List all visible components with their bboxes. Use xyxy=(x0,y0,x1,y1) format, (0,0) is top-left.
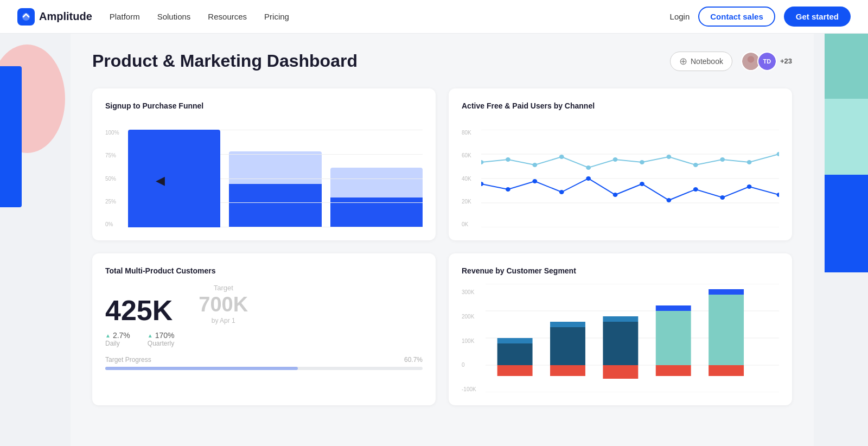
logo-text: Amplitude xyxy=(39,10,92,23)
customers-value: 425K xyxy=(105,296,173,324)
rev-y-200: 200K xyxy=(462,314,481,320)
rev-y-100: 100K xyxy=(462,338,481,344)
quarterly-label: Quarterly xyxy=(148,340,175,347)
progress-pct: 60.7% xyxy=(404,356,423,364)
nav-platform[interactable]: Platform xyxy=(110,12,140,21)
svg-rect-45 xyxy=(603,365,638,379)
svg-point-25 xyxy=(613,193,618,197)
notebook-button[interactable]: ⊕ Notebook xyxy=(670,52,732,71)
line-y-20: 20K xyxy=(462,199,477,205)
progress-label: Target Progress xyxy=(105,356,151,364)
funnel-bar-3-top xyxy=(330,168,423,197)
svg-point-10 xyxy=(532,163,537,167)
metric-changes: ▲ 2.7% Daily ▲ 170% Quarterly xyxy=(105,331,423,347)
svg-point-23 xyxy=(559,190,564,194)
logo[interactable]: Amplitude xyxy=(17,8,92,26)
svg-point-28 xyxy=(693,187,698,192)
svg-point-22 xyxy=(532,179,537,183)
deco-blue-bar xyxy=(0,66,22,207)
svg-point-8 xyxy=(481,160,483,164)
funnel-chart-title: Signup to Purchase Funnel xyxy=(105,101,423,110)
customers-target: Target 700K by Apr 1 xyxy=(199,284,248,324)
page-content: Product & Marketing Dashboard ⊕ Notebook xyxy=(0,34,868,446)
svg-rect-49 xyxy=(709,295,744,365)
svg-point-11 xyxy=(559,155,564,159)
svg-point-20 xyxy=(481,182,483,186)
svg-point-26 xyxy=(640,182,644,186)
customers-card: Total Multi-Product Customers 425K Targe… xyxy=(92,253,436,405)
revenue-chart-title: Revenue by Customer Segment xyxy=(462,266,779,275)
svg-rect-46 xyxy=(656,311,691,365)
login-button[interactable]: Login xyxy=(670,12,690,21)
funnel-y-75: 75% xyxy=(105,152,124,158)
svg-rect-44 xyxy=(603,316,638,322)
charts-grid: Signup to Purchase Funnel 100% 75% 50% 2… xyxy=(92,88,792,405)
get-started-button[interactable]: Get started xyxy=(784,7,851,27)
line-chart-title: Active Free & Paid Users by Channel xyxy=(462,101,779,110)
main-area: Product & Marketing Dashboard ⊕ Notebook xyxy=(71,34,814,446)
funnel-y-100: 100% xyxy=(105,130,124,136)
line-y-60: 60K xyxy=(462,152,477,158)
svg-rect-42 xyxy=(550,365,585,376)
avatar-td: TD xyxy=(757,52,777,71)
svg-point-18 xyxy=(747,160,752,164)
rev-y-neg100: -100K xyxy=(462,386,481,392)
svg-rect-39 xyxy=(497,365,533,376)
rev-y-300: 300K xyxy=(462,289,481,295)
notebook-label: Notebook xyxy=(691,57,723,66)
revenue-chart-card: Revenue by Customer Segment 300K 200K 10… xyxy=(449,253,792,405)
dashboard-header: Product & Marketing Dashboard ⊕ Notebook xyxy=(92,51,792,71)
svg-point-2 xyxy=(745,63,756,71)
nav-solutions[interactable]: Solutions xyxy=(157,12,191,21)
line-y-40: 40K xyxy=(462,176,477,182)
nav-pricing[interactable]: Pricing xyxy=(264,12,289,21)
left-decoration xyxy=(0,34,71,446)
svg-point-29 xyxy=(720,195,725,200)
svg-rect-47 xyxy=(656,305,691,311)
svg-point-24 xyxy=(586,176,591,181)
funnel-bar-2-bottom xyxy=(229,184,321,227)
avatar-group: TD +23 xyxy=(741,52,792,71)
line-chart-card: Active Free & Paid Users by Channel 80K … xyxy=(449,88,792,240)
avatar-td-initials: TD xyxy=(758,53,776,70)
funnel-y-0: 0% xyxy=(105,221,124,227)
deco-blue-right xyxy=(825,175,868,272)
daily-label: Daily xyxy=(105,340,130,347)
plus-circle-icon: ⊕ xyxy=(679,55,687,67)
svg-point-12 xyxy=(586,165,591,170)
target-value: 700K xyxy=(199,294,248,315)
header-actions: ⊕ Notebook TD +2 xyxy=(670,52,792,71)
svg-point-15 xyxy=(666,155,671,159)
daily-arrow-icon: ▲ xyxy=(105,333,111,339)
line-y-0: 0K xyxy=(462,221,477,227)
svg-point-1 xyxy=(748,56,754,62)
navbar-links: Platform Solutions Resources Pricing xyxy=(110,12,670,21)
quarterly-arrow-icon: ▲ xyxy=(148,333,153,339)
line-y-80: 80K xyxy=(462,130,477,136)
daily-change-value: 2.7% xyxy=(113,331,130,340)
logo-icon xyxy=(17,8,35,26)
svg-point-30 xyxy=(747,184,752,189)
svg-point-21 xyxy=(506,187,510,192)
avatar-count: +23 xyxy=(780,57,792,65)
target-label: Target xyxy=(199,284,248,292)
line-chart-svg xyxy=(481,130,779,227)
nav-resources[interactable]: Resources xyxy=(208,12,247,21)
navbar: Amplitude Platform Solutions Resources P… xyxy=(0,0,868,34)
svg-rect-48 xyxy=(656,365,691,376)
progress-bar-fill xyxy=(105,367,298,370)
svg-point-27 xyxy=(666,198,671,202)
svg-rect-40 xyxy=(550,327,585,365)
svg-point-31 xyxy=(777,193,779,197)
contact-sales-button[interactable]: Contact sales xyxy=(698,7,775,27)
right-decoration xyxy=(814,34,868,446)
funnel-bar-2-top xyxy=(229,151,321,184)
page-title: Product & Marketing Dashboard xyxy=(92,51,358,71)
revenue-svg xyxy=(486,284,779,392)
quarterly-change: ▲ 170% Quarterly xyxy=(148,331,175,347)
customers-title: Total Multi-Product Customers xyxy=(105,266,423,275)
svg-rect-37 xyxy=(497,343,533,365)
deco-teal-top xyxy=(825,34,868,99)
svg-point-19 xyxy=(777,152,779,156)
svg-point-14 xyxy=(640,160,644,164)
